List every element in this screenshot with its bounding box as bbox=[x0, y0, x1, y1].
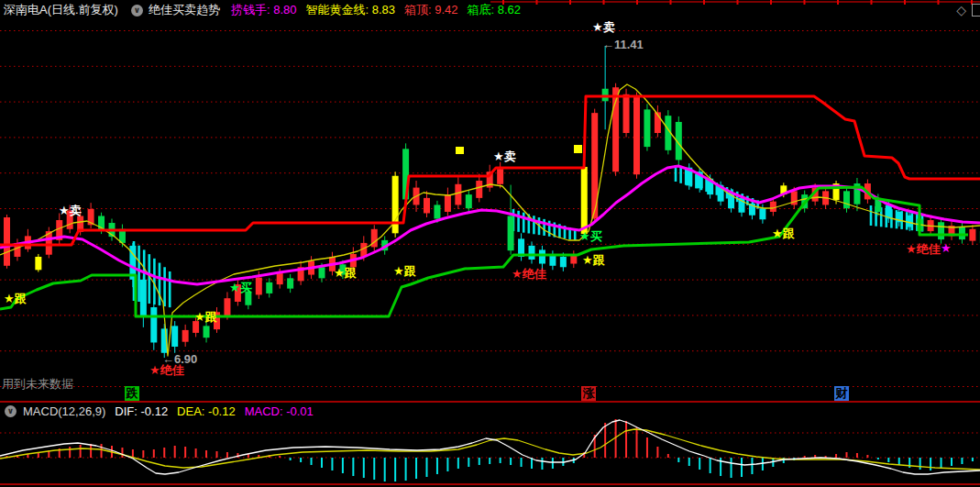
macd-header: ∨ MACD(12,26,9) DIF: -0.12DEA: -0.12MACD… bbox=[0, 404, 323, 418]
follow-marker: ★跟 bbox=[194, 309, 217, 326]
macd-values: DIF: -0.12DEA: -0.12MACD: -0.01 bbox=[115, 404, 323, 418]
best-marker: ★绝佳 bbox=[512, 266, 546, 282]
indicator-field: 智能黄金线: 8.83 bbox=[305, 2, 395, 18]
tag-die: 跌 bbox=[125, 386, 139, 401]
follow-marker: ★跟 bbox=[334, 265, 357, 282]
price-high-label: ←11.41 bbox=[602, 38, 644, 51]
buy-marker: ★买 bbox=[229, 280, 252, 296]
diamond-icon[interactable]: ◇ bbox=[956, 4, 966, 17]
best-marker: ★绝佳 bbox=[906, 241, 941, 258]
chevron-down-icon[interactable]: ∨ bbox=[5, 405, 17, 417]
sell-marker: ★卖 bbox=[59, 203, 82, 219]
star-marker: ★ bbox=[941, 241, 952, 255]
chevron-down-icon[interactable]: ∨ bbox=[131, 5, 143, 17]
sell-marker: ★卖 bbox=[493, 149, 516, 165]
follow-marker: ★跟 bbox=[4, 291, 27, 307]
price-low-label: ←6.90 bbox=[162, 352, 197, 366]
stock-title: 深南电A(日线.前复权) bbox=[4, 2, 118, 18]
sell-marker: ★卖 bbox=[592, 20, 615, 36]
window-icon[interactable] bbox=[972, 4, 980, 17]
macd-field: DEA: -0.12 bbox=[177, 404, 236, 418]
macd-field: DIF: -0.12 bbox=[115, 404, 168, 418]
indicator-field: 捞钱手: 8.80 bbox=[231, 2, 297, 18]
tag-zhang: 涨 bbox=[581, 386, 596, 401]
indicator-name: 绝佳买卖趋势 bbox=[149, 2, 220, 18]
tag-cai: 财 bbox=[834, 386, 849, 401]
indicator-values: 捞钱手: 8.80智能黄金线: 8.83箱顶: 9.42箱底: 8.62 bbox=[231, 2, 530, 18]
titlebar-right-icons: ◇ bbox=[956, 4, 976, 17]
indicator-title-bar: 深南电A(日线.前复权) ∨ 绝佳买卖趋势 捞钱手: 8.80智能黄金线: 8.… bbox=[0, 0, 980, 20]
buy-marker: ★买 bbox=[579, 228, 602, 245]
indicator-field: 箱底: 8.62 bbox=[468, 2, 522, 18]
follow-marker: ★跟 bbox=[393, 263, 416, 280]
macd-indicator-name: MACD(12,26,9) bbox=[23, 404, 105, 418]
macd-field: MACD: -0.01 bbox=[245, 404, 314, 418]
follow-marker: ★跟 bbox=[772, 226, 795, 242]
stock-chart-window: ★卖★卖★卖★买★买★跟★跟★跟★跟★跟★跟★绝佳★绝佳★绝佳★←11.41←6… bbox=[0, 0, 980, 487]
indicator-field: 箱顶: 9.42 bbox=[404, 2, 458, 18]
follow-marker: ★跟 bbox=[582, 252, 605, 269]
